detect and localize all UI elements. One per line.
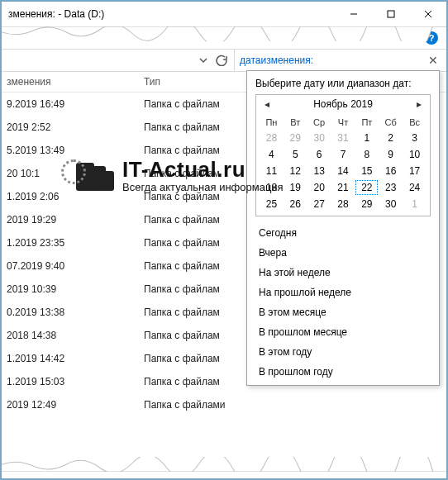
cell-date: 1.2019 14:42 [2,353,139,364]
date-range-option[interactable]: В этом году [255,342,431,362]
cell-date: 5.2019 13:49 [2,145,139,156]
calendar-day[interactable]: 25 [260,196,284,212]
window-title: зменения: - Data (D:) [2,8,335,20]
calendar-day[interactable]: 15 [355,163,379,179]
calendar-day[interactable]: 2 [379,130,403,146]
minimize-button[interactable] [335,2,372,26]
calendar-day[interactable]: 29 [355,196,379,212]
calendar-day[interactable]: 1 [355,130,379,146]
date-filter-popup: Выберите дату или диапазон дат: ◂ Ноябрь… [246,70,440,386]
calendar-day[interactable]: 8 [355,146,379,163]
column-header-date[interactable]: зменения [2,76,139,88]
cell-date: 9.2019 16:49 [2,98,139,110]
address-history-chevron-icon[interactable] [194,55,212,65]
calendar-day[interactable]: 13 [307,163,331,179]
ribbon-collapse-bar: ? [2,27,446,49]
clear-search-icon[interactable]: ✕ [425,54,441,67]
date-range-option[interactable]: В прошлом месяце [255,322,431,342]
close-button[interactable] [409,2,446,26]
date-range-option[interactable]: На этой неделе [255,263,431,283]
calendar-day[interactable]: 1 [403,196,427,212]
svg-rect-1 [388,11,394,17]
calendar-day[interactable]: 16 [379,163,403,179]
calendar-day[interactable]: 31 [331,130,355,146]
calendar-dow: Вс [403,115,427,130]
calendar-dow: Сб [379,115,403,130]
calendar-day[interactable]: 30 [307,130,331,146]
calendar-day[interactable]: 29 [284,130,307,146]
date-range-option[interactable]: Вчера [255,243,431,263]
cell-date: 1.2019 2:06 [2,191,139,202]
calendar-day[interactable]: 5 [284,146,307,163]
refresh-icon[interactable] [212,55,231,66]
date-range-option[interactable]: В этом месяце [255,302,431,322]
cell-date: 07.2019 9:40 [2,260,139,272]
cell-date: 20 10:1 [2,168,139,179]
calendar-day[interactable]: 27 [307,196,331,212]
cell-date: 2019 19:29 [2,214,139,226]
calendar-day[interactable]: 12 [284,163,307,179]
search-filter-label: датаизменения: [240,55,425,66]
maximize-button[interactable] [372,2,409,26]
address-search-bar: датаизменения: ✕ [2,49,446,72]
calendar-dow: Ср [307,115,331,130]
calendar-next-icon[interactable]: ▸ [410,95,428,113]
calendar-day[interactable]: 30 [379,196,403,212]
date-range-list: СегодняВчераНа этой неделеНа прошлой нед… [255,223,431,382]
calendar-grid: ПнВтСрЧтПтСбВс28293031123456789101112131… [256,113,430,216]
calendar-dow: Чт [331,115,355,130]
calendar-prev-icon[interactable]: ◂ [258,95,276,113]
calendar-day[interactable]: 21 [331,179,355,196]
explorer-window: зменения: - Data (D:) ? датаизменения: [0,0,448,480]
calendar-day[interactable]: 7 [331,146,355,163]
date-filter-header: Выберите дату или диапазон дат: [255,78,431,89]
search-box[interactable]: датаизменения: ✕ [235,50,446,71]
calendar-day[interactable]: 10 [403,146,427,163]
calendar-day[interactable]: 19 [284,179,307,196]
cell-type: Папка с файлами [139,399,446,411]
cell-date: 1.2019 23:35 [2,237,139,249]
calendar-day[interactable]: 28 [331,196,355,212]
chevron-down-icon[interactable] [410,32,420,45]
address-bar[interactable] [2,50,235,71]
calendar-nav: ◂ Ноябрь 2019 ▸ [256,95,430,113]
help-icon[interactable]: ? [425,31,438,45]
calendar-day[interactable]: 28 [260,130,284,146]
calendar-dow: Пт [355,115,379,130]
calendar-day[interactable]: 20 [307,179,331,196]
calendar-dow: Пн [260,115,284,130]
cell-date: 2019 2:52 [2,121,139,133]
calendar-day[interactable]: 9 [379,146,403,163]
calendar: ◂ Ноябрь 2019 ▸ ПнВтСрЧтПтСбВс2829303112… [255,94,431,216]
calendar-day[interactable]: 24 [403,179,427,196]
cell-date: 2019 10:39 [2,283,139,295]
date-range-option[interactable]: В прошлом году [255,362,431,382]
calendar-day[interactable]: 22 [355,179,379,196]
calendar-title[interactable]: Ноябрь 2019 [313,98,373,110]
calendar-dow: Вт [284,115,307,130]
calendar-day[interactable]: 18 [260,179,284,196]
calendar-day[interactable]: 14 [331,163,355,179]
cell-date: 0.2019 13:38 [2,307,139,318]
table-row[interactable]: 2019 12:49Папка с файлами [2,393,446,416]
cell-date: 2019 12:49 [2,399,139,411]
calendar-day[interactable]: 17 [403,163,427,179]
cell-date: 1.2019 15:03 [2,376,139,387]
titlebar: зменения: - Data (D:) [2,2,446,27]
calendar-day[interactable]: 4 [260,146,284,163]
date-range-option[interactable]: Сегодня [255,223,431,243]
torn-edge-bottom [0,457,448,472]
cell-date: 2018 14:38 [2,330,139,341]
date-range-option[interactable]: На прошлой неделе [255,283,431,302]
calendar-day[interactable]: 11 [260,163,284,179]
calendar-day[interactable]: 23 [379,179,403,196]
calendar-day[interactable]: 3 [403,130,427,146]
calendar-day[interactable]: 6 [307,146,331,163]
calendar-day[interactable]: 26 [284,196,307,212]
